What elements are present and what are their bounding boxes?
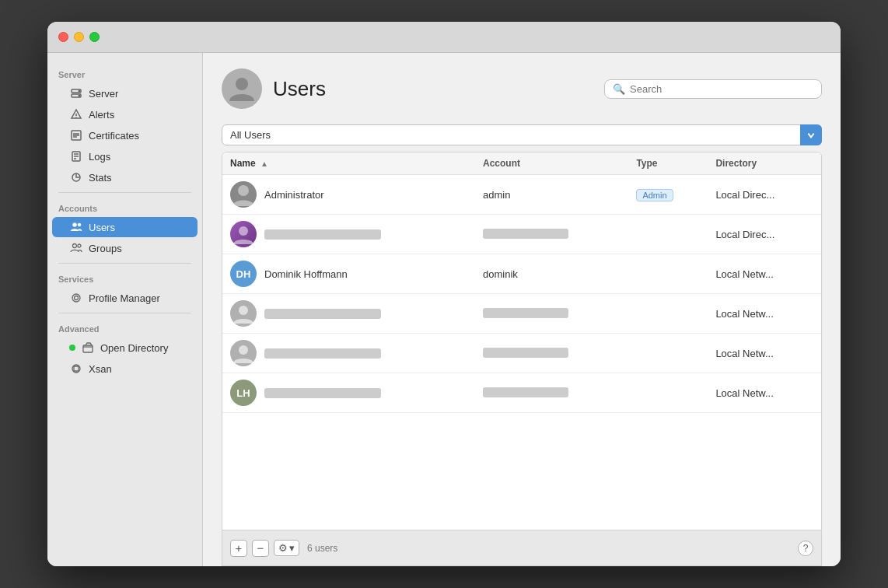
directory-cell-user2: Local Direc... bbox=[708, 215, 821, 254]
help-button[interactable]: ? bbox=[798, 541, 813, 556]
sidebar-item-open-directory[interactable]: Open Directory bbox=[52, 338, 198, 358]
svg-point-19 bbox=[72, 294, 80, 302]
server-section-label: Server bbox=[47, 64, 202, 82]
table-row[interactable]: █████████████████Local Direc... bbox=[222, 215, 821, 254]
sidebar-item-users[interactable]: Users bbox=[52, 217, 198, 237]
type-cell-user6 bbox=[628, 373, 708, 413]
titlebar bbox=[47, 22, 841, 53]
table-row[interactable]: █████████████████Local Netw... bbox=[222, 294, 821, 334]
main-window: Server Server bbox=[47, 22, 841, 566]
table-row[interactable]: DHDominik HoffmanndominikLocal Netw... bbox=[222, 254, 821, 294]
filter-select[interactable]: All Users Local Users Network Users bbox=[222, 124, 822, 145]
traffic-lights bbox=[58, 32, 100, 42]
sidebar-item-logs[interactable]: Logs bbox=[52, 146, 198, 166]
sidebar-item-groups[interactable]: Groups bbox=[52, 238, 198, 258]
search-input[interactable] bbox=[630, 83, 813, 95]
accounts-section-label: Accounts bbox=[47, 198, 202, 216]
certificates-icon bbox=[69, 128, 83, 142]
col-account[interactable]: Account bbox=[475, 152, 628, 175]
minimize-button[interactable] bbox=[74, 32, 84, 42]
actions-button[interactable]: ⚙ ▾ bbox=[274, 540, 299, 556]
type-cell-user4 bbox=[628, 294, 708, 334]
open-directory-label: Open Directory bbox=[100, 342, 168, 354]
logs-label: Logs bbox=[89, 151, 110, 163]
svg-point-24 bbox=[236, 78, 248, 90]
col-name[interactable]: Name ▲ bbox=[222, 152, 475, 175]
certificates-label: Certificates bbox=[89, 130, 139, 142]
header-left: Users bbox=[222, 68, 326, 109]
open-directory-icon bbox=[81, 341, 95, 355]
table-row[interactable]: LH█████████████████Local Netw... bbox=[222, 373, 821, 413]
name-cell-user2: ██████████ bbox=[222, 215, 475, 254]
svg-point-28 bbox=[239, 345, 248, 355]
user-name-admin: Administrator bbox=[264, 189, 324, 201]
svg-point-16 bbox=[78, 223, 81, 226]
account-cell-admin: admin bbox=[475, 175, 628, 215]
chevron-down-icon: ▾ bbox=[289, 542, 295, 554]
maximize-button[interactable] bbox=[89, 32, 100, 42]
sidebar-item-xsan[interactable]: Xsan bbox=[52, 359, 198, 379]
avatar-user6: LH bbox=[230, 380, 257, 406]
server-icon bbox=[69, 86, 83, 100]
profile-manager-label: Profile Manager bbox=[89, 292, 160, 304]
alerts-label: Alerts bbox=[89, 109, 114, 121]
sidebar-item-server[interactable]: Server bbox=[52, 83, 198, 103]
open-directory-status-dot bbox=[69, 345, 75, 351]
user-name-user5: ██████████ bbox=[264, 348, 381, 359]
svg-point-18 bbox=[78, 244, 81, 247]
table-row[interactable]: █████████████████Local Netw... bbox=[222, 334, 821, 373]
name-cell-dominik: DHDominik Hoffmann bbox=[222, 254, 475, 294]
footer-bar: + − ⚙ ▾ 6 users ? bbox=[222, 530, 822, 566]
divider-2 bbox=[58, 263, 191, 264]
add-user-button[interactable]: + bbox=[230, 540, 247, 557]
svg-point-20 bbox=[75, 296, 79, 300]
svg-point-3 bbox=[79, 95, 80, 96]
page-icon bbox=[222, 68, 262, 109]
account-cell-user2: ███████ bbox=[475, 215, 628, 254]
avatar-user4 bbox=[230, 300, 257, 327]
name-cell-user6: LH██████████ bbox=[222, 373, 475, 413]
svg-rect-23 bbox=[74, 366, 79, 371]
stats-label: Stats bbox=[89, 172, 112, 184]
sidebar-item-certificates[interactable]: Certificates bbox=[52, 125, 198, 145]
svg-point-17 bbox=[73, 244, 77, 248]
services-section-label: Services bbox=[47, 268, 202, 287]
page-title: Users bbox=[273, 77, 326, 101]
sidebar-item-stats[interactable]: Stats bbox=[52, 167, 198, 187]
directory-cell-admin: Local Direc... bbox=[708, 175, 821, 215]
avatar-user5 bbox=[230, 340, 257, 366]
avatar-admin bbox=[230, 181, 257, 208]
account-cell-user5: ███████ bbox=[475, 334, 628, 373]
sidebar-item-profile-manager[interactable]: Profile Manager bbox=[52, 288, 198, 308]
name-cell-user4: ██████████ bbox=[222, 294, 475, 334]
avatar-dominik: DH bbox=[230, 261, 257, 287]
users-icon bbox=[69, 220, 83, 234]
name-cell-user5: ██████████ bbox=[222, 334, 475, 373]
user-name-user4: ██████████ bbox=[264, 309, 381, 319]
sort-arrow: ▲ bbox=[260, 159, 268, 168]
type-cell-user5 bbox=[628, 334, 708, 373]
svg-point-5 bbox=[75, 117, 77, 118]
svg-point-27 bbox=[239, 306, 248, 315]
svg-point-15 bbox=[73, 223, 77, 227]
logs-icon bbox=[69, 149, 83, 163]
directory-cell-user5: Local Netw... bbox=[708, 334, 821, 373]
sidebar-item-alerts[interactable]: Alerts bbox=[52, 104, 198, 124]
col-directory[interactable]: Directory bbox=[708, 152, 821, 175]
divider-3 bbox=[58, 313, 191, 313]
search-bar[interactable]: 🔍 bbox=[604, 79, 822, 99]
svg-point-2 bbox=[79, 90, 80, 92]
main-panel: Users 🔍 All Users Local Users Network Us… bbox=[203, 53, 841, 566]
users-table-container: Name ▲ Account Type Directory Administra… bbox=[222, 152, 822, 530]
svg-point-26 bbox=[239, 226, 248, 236]
close-button[interactable] bbox=[58, 32, 68, 42]
window-content: Server Server bbox=[47, 53, 841, 566]
table-row[interactable]: AdministratoradminAdminLocal Direc... bbox=[222, 175, 821, 215]
stats-icon bbox=[69, 170, 83, 184]
directory-cell-user6: Local Netw... bbox=[708, 373, 821, 413]
name-cell-admin: Administrator bbox=[222, 175, 475, 215]
users-label: Users bbox=[89, 222, 115, 233]
remove-user-button[interactable]: − bbox=[252, 540, 269, 557]
gear-icon: ⚙ bbox=[278, 542, 288, 554]
col-type[interactable]: Type bbox=[628, 152, 708, 175]
